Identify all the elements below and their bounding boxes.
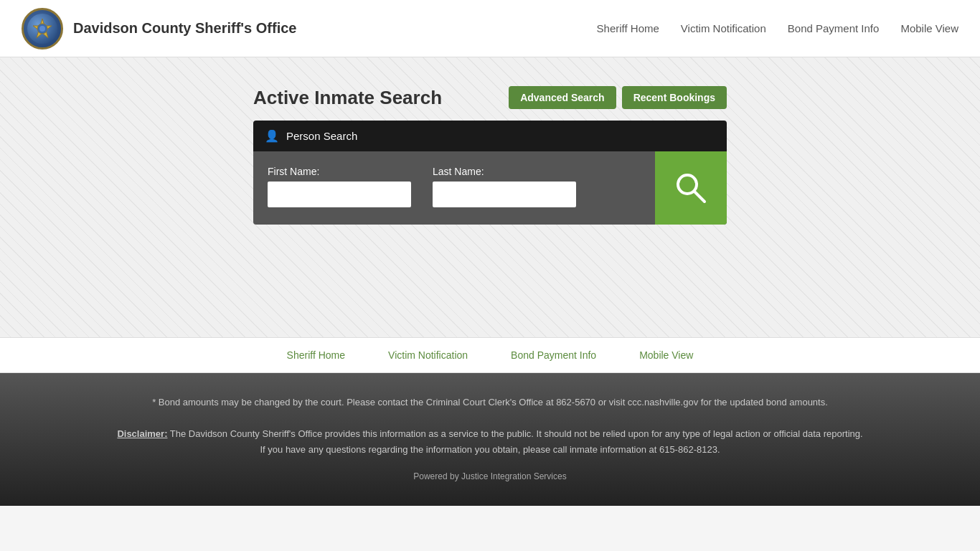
main-content: Active Inmate Search Advanced Search Rec… xyxy=(0,57,980,337)
disclaimer-text: The Davidson County Sheriff's Office pro… xyxy=(167,428,862,439)
logo xyxy=(22,8,63,50)
site-title: Davidson County Sheriff's Office xyxy=(73,20,296,37)
main-nav: Sheriff Home Victim Notification Bond Pa… xyxy=(597,22,958,34)
search-action-buttons: Advanced Search Recent Bookings xyxy=(509,86,727,109)
footer-nav-bond-payment[interactable]: Bond Payment Info xyxy=(511,349,596,361)
footer-nav-victim-notification[interactable]: Victim Notification xyxy=(388,349,468,361)
search-container: Active Inmate Search Advanced Search Rec… xyxy=(239,86,741,225)
last-name-input[interactable] xyxy=(433,182,576,207)
nav-victim-notification[interactable]: Victim Notification xyxy=(681,22,766,34)
last-name-group: Last Name: xyxy=(433,166,576,207)
badge-icon xyxy=(30,17,55,41)
search-icon xyxy=(673,170,709,206)
search-fields: First Name: Last Name: xyxy=(268,166,641,207)
search-section-label: Person Search xyxy=(286,130,357,142)
footer-info: * Bond amounts may be changed by the cou… xyxy=(0,373,980,506)
search-header-row: Active Inmate Search Advanced Search Rec… xyxy=(253,86,727,109)
search-submit-button[interactable] xyxy=(655,151,727,225)
search-box: 👤 Person Search First Name: Last Name: xyxy=(253,121,727,225)
last-name-label: Last Name: xyxy=(433,166,576,177)
person-icon: 👤 xyxy=(265,129,279,143)
inmate-info: If you have any questions regarding the … xyxy=(43,442,937,458)
first-name-input[interactable] xyxy=(268,182,411,207)
svg-point-2 xyxy=(39,26,45,32)
nav-bond-payment[interactable]: Bond Payment Info xyxy=(788,22,880,34)
bond-notice: * Bond amounts may be changed by the cou… xyxy=(43,395,937,410)
footer-nav-mobile-view[interactable]: Mobile View xyxy=(639,349,693,361)
search-box-body: First Name: Last Name: xyxy=(253,151,727,225)
footer-nav: Sheriff Home Victim Notification Bond Pa… xyxy=(0,337,980,373)
search-box-header: 👤 Person Search xyxy=(253,121,727,151)
brand: Davidson County Sheriff's Office xyxy=(22,8,296,50)
site-header: Davidson County Sheriff's Office Sheriff… xyxy=(0,0,980,57)
first-name-label: First Name: xyxy=(268,166,411,177)
disclaimer: Disclaimer: The Davidson County Sheriff'… xyxy=(43,426,937,442)
first-name-group: First Name: xyxy=(268,166,411,207)
nav-mobile-view[interactable]: Mobile View xyxy=(900,22,958,34)
page-title: Active Inmate Search xyxy=(253,87,442,109)
footer-nav-sheriff-home[interactable]: Sheriff Home xyxy=(287,349,345,361)
nav-sheriff-home[interactable]: Sheriff Home xyxy=(597,22,659,34)
disclaimer-label: Disclaimer: xyxy=(117,428,167,439)
powered-by: Powered by Justice Integration Services xyxy=(43,469,937,484)
recent-bookings-button[interactable]: Recent Bookings xyxy=(622,86,727,109)
logo-inner xyxy=(27,14,57,44)
advanced-search-button[interactable]: Advanced Search xyxy=(509,86,616,109)
svg-line-4 xyxy=(694,192,705,202)
